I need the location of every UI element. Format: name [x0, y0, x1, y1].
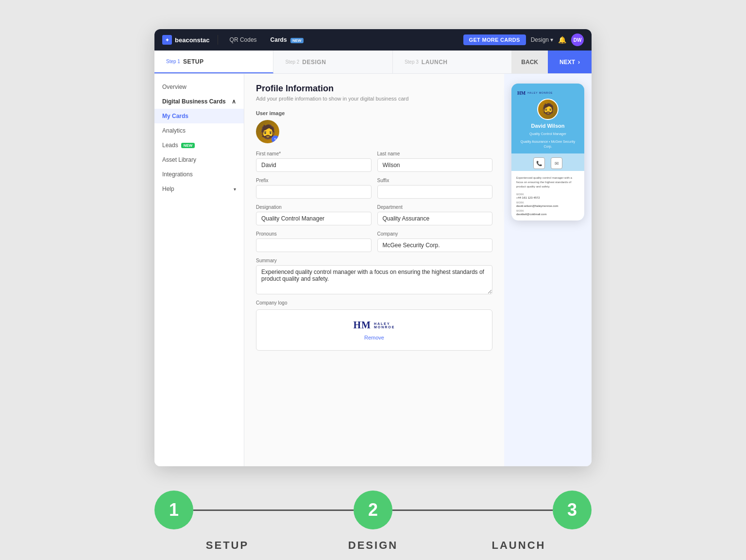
sidebar-item-integrations[interactable]: Integrations: [154, 167, 244, 182]
first-name-label: First name*: [256, 151, 372, 156]
content-area: Overview Digital Business Cards ∧ My Car…: [154, 74, 592, 466]
user-avatar[interactable]: 🧔 ✎: [256, 120, 279, 143]
steps-bar: Step 1 SETUP Step 2 DESIGN Step 3 LAUNCH…: [154, 51, 592, 74]
bottom-step-3-label: LAUNCH: [446, 539, 592, 552]
first-name-input[interactable]: [256, 158, 372, 172]
card-logo-name: HALEY MONROE: [527, 91, 553, 95]
designation-label: Designation: [256, 204, 372, 210]
form-title: Profile Information: [256, 84, 492, 94]
user-image-label: User image: [256, 110, 492, 116]
bell-icon[interactable]: 🔔: [558, 36, 566, 44]
pronouns-label: Pronouns: [256, 231, 372, 237]
logo-display: HM HALEY MONROE: [354, 320, 395, 331]
preview-panel: HM HALEY MONROE 🧔 David Wilson Quality C…: [504, 74, 592, 466]
steps-actions: BACK NEXT ›: [511, 51, 592, 73]
sidebar-item-help[interactable]: Help ▾: [154, 182, 244, 196]
back-button[interactable]: BACK: [511, 51, 548, 73]
step-2-label: DESIGN: [302, 59, 326, 66]
sidebar-item-asset-library[interactable]: Asset Library: [154, 153, 244, 167]
next-button[interactable]: NEXT ›: [548, 51, 592, 73]
card-contact: Work +44 161 123 4572 Work david.wilson@…: [516, 193, 579, 216]
logo-name: HALEY MONROE: [374, 322, 395, 329]
step-3-label: LAUNCH: [422, 59, 448, 66]
nav-cards[interactable]: Cards NEW: [269, 36, 305, 43]
company-group: Company: [377, 231, 493, 252]
sidebar-item-my-cards[interactable]: My Cards: [154, 109, 244, 123]
bottom-steps: 1 2 3 SETUP DESIGN LAUNCH: [154, 491, 592, 552]
card-logo-row: HM HALEY MONROE: [517, 90, 553, 96]
last-name-label: Last name: [377, 151, 493, 156]
user-image-area: 🧔 ✎: [256, 120, 492, 143]
summary-textarea[interactable]: [256, 265, 492, 294]
logo-area: ✦ beaconstac: [162, 35, 218, 45]
summary-row: Summary: [256, 258, 492, 294]
designation-input[interactable]: [256, 212, 372, 225]
step-line-2-3: [392, 509, 553, 511]
step-1-item[interactable]: Step 1 SETUP: [154, 51, 273, 73]
sidebar-item-leads[interactable]: Leads NEW: [154, 138, 244, 153]
step-3-number: Step 3: [405, 59, 419, 65]
name-row: First name* Last name: [256, 151, 492, 172]
sidebar-section-digital-cards[interactable]: Digital Business Cards ∧: [154, 94, 244, 109]
bottom-step-1-label: SETUP: [154, 539, 300, 552]
chevron-right-icon: ›: [578, 59, 580, 66]
sidebar-item-overview[interactable]: Overview: [154, 80, 244, 94]
edit-avatar-icon[interactable]: ✎: [271, 136, 279, 143]
sidebar-item-analytics[interactable]: Analytics: [154, 123, 244, 138]
leads-badge: NEW: [181, 143, 195, 148]
card-logo-initials: HM: [517, 90, 526, 96]
first-name-group: First name*: [256, 151, 372, 172]
card-name: David Wilson: [531, 123, 565, 129]
card-phone-icon: 📞: [533, 157, 545, 169]
card-header: HM HALEY MONROE 🧔 David Wilson Quality C…: [511, 84, 584, 153]
company-logo-group: Company logo HM HALEY MONROE Remove: [256, 300, 492, 351]
company-label: Company: [377, 231, 493, 237]
card-bio: Experienced quality control manager with…: [516, 176, 579, 189]
cards-badge: NEW: [290, 38, 304, 43]
summary-label: Summary: [256, 258, 492, 263]
step-labels: SETUP DESIGN LAUNCH: [154, 539, 592, 552]
logo-text: beaconstac: [175, 36, 210, 44]
company-input[interactable]: [377, 238, 493, 252]
department-label: Department: [377, 204, 493, 210]
suffix-group: Suffix: [377, 178, 493, 199]
bottom-step-3-circle: 3: [553, 491, 592, 529]
department-group: Department: [377, 204, 493, 225]
get-more-cards-button[interactable]: GET MORE CARDS: [463, 34, 526, 45]
card-phone-item: Work +44 161 123 4572: [516, 193, 579, 199]
department-input[interactable]: [377, 212, 493, 225]
main-form: Profile Information Add your profile inf…: [244, 74, 504, 466]
sidebar: Overview Digital Business Cards ∧ My Car…: [154, 74, 244, 466]
last-name-group: Last name: [377, 151, 493, 172]
logo-icon: ✦: [162, 35, 172, 45]
prefix-label: Prefix: [256, 178, 372, 183]
pronouns-group: Pronouns: [256, 231, 372, 252]
app-window: ✦ beaconstac QR Codes Cards NEW GET MORE…: [154, 29, 592, 466]
step-1-number: Step 1: [166, 59, 180, 64]
step-line-1-2: [193, 509, 354, 511]
top-nav: ✦ beaconstac QR Codes Cards NEW GET MORE…: [154, 29, 592, 51]
step-1-label: SETUP: [183, 58, 204, 65]
suffix-label: Suffix: [377, 178, 493, 183]
suffix-input[interactable]: [377, 185, 493, 199]
card-body: Experienced quality control manager with…: [511, 171, 584, 221]
logo-initials: HM: [354, 320, 371, 331]
user-avatar-nav[interactable]: DW: [571, 34, 584, 46]
chevron-down-icon: ▾: [234, 187, 236, 192]
step-3-item[interactable]: Step 3 LAUNCH: [393, 51, 511, 73]
design-dropdown[interactable]: Design ▾: [531, 36, 553, 43]
chevron-down-icon: ▾: [550, 36, 553, 43]
card-email-icon: ✉: [551, 157, 562, 169]
prefix-input[interactable]: [256, 185, 372, 199]
step-2-number: Step 2: [285, 59, 299, 65]
last-name-input[interactable]: [377, 158, 493, 172]
pronouns-input[interactable]: [256, 238, 372, 252]
card-title-line2: Quality Assurance • McGee Security Corp.: [517, 139, 578, 149]
nav-qr-codes[interactable]: QR Codes: [228, 36, 259, 43]
card-avatar: 🧔: [537, 99, 559, 120]
designation-group: Designation: [256, 204, 372, 225]
card-alt-email-item: Work davidwil@coldmail.com: [516, 209, 579, 216]
remove-logo-link[interactable]: Remove: [364, 335, 384, 340]
step-2-item[interactable]: Step 2 DESIGN: [273, 51, 392, 73]
prefix-group: Prefix: [256, 178, 372, 199]
